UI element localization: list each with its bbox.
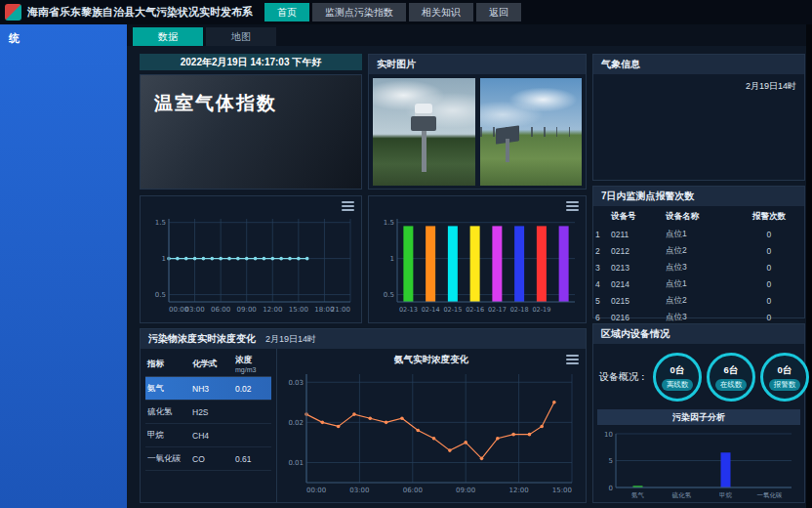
- top-header: 海南省乐东黎族自治县大气污染状况实时发布系 首页 监测点污染指数 相关知识 返回: [0, 0, 812, 24]
- svg-text:5: 5: [609, 457, 613, 465]
- greenhouse-index-panel: 温室气体指数: [140, 74, 362, 190]
- unit-label: mg/m3: [235, 366, 274, 373]
- pollutant-row-ch4[interactable]: 甲烷 CH4: [145, 424, 271, 447]
- svg-text:1.5: 1.5: [384, 219, 394, 227]
- monitoring-station-photo-1[interactable]: [373, 78, 475, 186]
- chart-menu-icon[interactable]: [342, 201, 354, 211]
- svg-text:09:00: 09:00: [456, 487, 475, 494]
- ammonia-trend-chart: 0.010.020.0300:0003:0006:0009:0012:0015:…: [281, 367, 580, 496]
- greenhouse-index-title: 温室气体指数: [141, 75, 361, 116]
- svg-text:03:00: 03:00: [184, 306, 204, 314]
- col-concentration: 浓度 mg/m3: [235, 355, 274, 373]
- daily-index-chart: 0.511.502-1302-1402-1502-1602-1702-1802-…: [372, 212, 583, 316]
- app-title: 海南省乐东黎族自治县大气污染状况实时发布系: [27, 5, 253, 20]
- weather-timestamp: 2月19日14时: [746, 80, 796, 93]
- main-nav: 首页 监测点污染指数 相关知识 返回: [264, 3, 521, 21]
- device-status-panel: 区域内设备情况 设备概况： 0台 离线数 6台 在线数 0台 报警数 污染因子分…: [592, 323, 805, 503]
- alarm-table: 设备号 设备名称 报警次数 10211点位1020212点位2030213点位3…: [593, 208, 804, 325]
- svg-text:0.03: 0.03: [288, 379, 304, 387]
- svg-text:硫化氢: 硫化氢: [671, 491, 692, 499]
- panel-title: 实时图片: [377, 58, 416, 71]
- table-row: 40214点位10: [593, 275, 804, 292]
- station-box: [411, 116, 436, 131]
- col-device-name: 设备名称: [664, 208, 734, 226]
- panel-title: 污染物浓度实时浓度变化: [148, 332, 256, 346]
- svg-text:0: 0: [609, 485, 613, 492]
- alarm-label: 报警数: [769, 379, 801, 391]
- greenhouse-trend-chart: 0.511.500:0003:0006:0009:0012:0015:0018:…: [143, 212, 358, 316]
- svg-text:0.5: 0.5: [384, 291, 394, 299]
- svg-text:03:00: 03:00: [349, 487, 369, 494]
- pollution-factor-title: 污染因子分析: [597, 409, 800, 425]
- svg-text:02-16: 02-16: [466, 306, 484, 314]
- svg-text:00:00: 00:00: [306, 487, 326, 494]
- nav-item-knowledge[interactable]: 相关知识: [409, 3, 473, 21]
- online-count-ring: 6台 在线数: [707, 353, 755, 402]
- ammonia-chart-title: 氨气实时浓度变化: [394, 354, 468, 366]
- svg-text:12:00: 12:00: [509, 487, 529, 494]
- col-device-id: 设备号: [609, 208, 664, 226]
- pollution-factor-chart: 0510氨气硫化氢甲烷一氧化碳: [598, 427, 799, 501]
- svg-text:1.5: 1.5: [155, 219, 166, 227]
- svg-text:02-19: 02-19: [532, 306, 550, 314]
- left-sidebar: 统: [0, 24, 127, 508]
- chart-menu-icon[interactable]: [566, 201, 579, 211]
- alarm-table-body: 10211点位1020212点位2030213点位3040214点位105021…: [593, 226, 804, 325]
- table-row: 10211点位10: [593, 226, 804, 242]
- table-row: 30213点位30: [593, 259, 804, 275]
- svg-text:氨气: 氨气: [631, 491, 645, 499]
- online-count: 6台: [724, 364, 739, 377]
- panel-title: 气象信息: [601, 58, 640, 71]
- alarm-table-header: 设备号 设备名称 报警次数: [593, 208, 804, 226]
- greenhouse-trend-panel: 0.511.500:0003:0006:0009:0012:0015:0018:…: [140, 195, 362, 323]
- pollutant-row-h2s[interactable]: 硫化氢 H2S: [145, 401, 271, 424]
- offline-count-ring: 0台 离线数: [653, 353, 702, 402]
- table-row: 50215点位20: [593, 292, 804, 309]
- window-edge: [806, 24, 812, 508]
- col-alarm-count: 报警次数: [734, 208, 804, 226]
- daily-index-panel: 0.511.502-1302-1402-1502-1602-1702-1802-…: [368, 195, 587, 323]
- nav-item-pollution-index[interactable]: 监测点污染指数: [312, 3, 406, 21]
- pollutant-row-co[interactable]: 一氧化碳 CO 0.61: [145, 447, 271, 471]
- panel-title: 7日内监测点报警次数: [601, 190, 695, 203]
- station-sensor: [415, 104, 432, 116]
- svg-text:02-14: 02-14: [422, 306, 440, 314]
- tab-data[interactable]: 数据: [133, 27, 203, 46]
- col-formula: 化学式: [192, 359, 235, 370]
- svg-text:02-15: 02-15: [443, 306, 462, 314]
- station-pole: [422, 129, 426, 172]
- svg-text:15:00: 15:00: [552, 487, 572, 494]
- pollutant-table: 指标 化学式 浓度 mg/m3 氨气 NH3 0.02 硫化氢 H2S: [141, 349, 277, 502]
- app-title-overflow: 统: [9, 32, 20, 44]
- svg-text:1: 1: [162, 255, 166, 263]
- svg-text:甲烷: 甲烷: [719, 491, 733, 499]
- svg-text:21:00: 21:00: [331, 306, 350, 314]
- svg-text:02-18: 02-18: [510, 306, 529, 314]
- nav-item-home[interactable]: 首页: [264, 3, 309, 21]
- app-logo-icon: [5, 4, 21, 21]
- svg-text:12:00: 12:00: [263, 306, 282, 314]
- svg-text:10: 10: [604, 431, 613, 439]
- overview-label: 设备概况：: [599, 370, 648, 384]
- pollutant-concentration-panel: 污染物浓度实时浓度变化 2月19日14时 指标 化学式 浓度 mg/m3 氨气 …: [140, 328, 587, 503]
- col-indicator: 指标: [147, 359, 192, 370]
- chart-menu-icon[interactable]: [566, 355, 579, 364]
- svg-text:1: 1: [390, 255, 394, 263]
- ammonia-chart-area: 氨气实时浓度变化 0.010.020.0300:0003:0006:0009:0…: [277, 349, 586, 502]
- svg-text:0.5: 0.5: [155, 291, 166, 299]
- svg-text:06:00: 06:00: [211, 306, 230, 314]
- offline-count: 0台: [670, 364, 685, 377]
- alarm-count-ring: 0台 报警数: [760, 353, 809, 402]
- svg-text:09:00: 09:00: [237, 306, 257, 314]
- datetime-greeting: 2022年2月19日 14:17:03 下午好: [140, 54, 362, 70]
- svg-text:06:00: 06:00: [403, 487, 423, 494]
- dashboard-root: 海南省乐东黎族自治县大气污染状况实时发布系 首页 监测点污染指数 相关知识 返回…: [0, 0, 812, 508]
- tab-map[interactable]: 地图: [206, 27, 276, 46]
- monitoring-station-photo-2[interactable]: [480, 78, 583, 186]
- pollutant-row-nh3[interactable]: 氨气 NH3 0.02: [145, 377, 271, 401]
- nav-item-back[interactable]: 返回: [476, 3, 521, 21]
- view-tabs: 数据 地图: [127, 24, 806, 46]
- offline-label: 离线数: [662, 379, 694, 391]
- svg-text:0.01: 0.01: [288, 459, 304, 467]
- realtime-photos-panel: 实时图片: [368, 54, 587, 190]
